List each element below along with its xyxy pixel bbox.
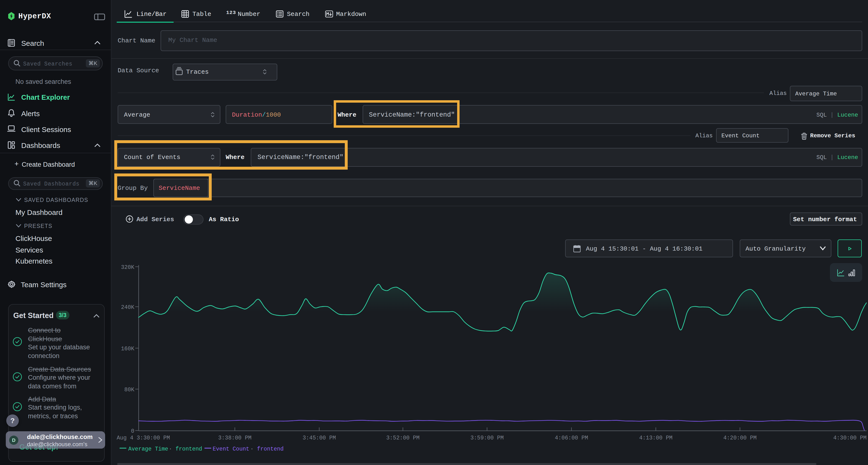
- svg-text:Aug 4 3:30:00 PM: Aug 4 3:30:00 PM: [117, 435, 170, 441]
- svg-text:160K: 160K: [121, 346, 134, 352]
- svg-text:4:13:00 PM: 4:13:00 PM: [639, 435, 673, 441]
- svg-text:frontend: frontend: [257, 446, 283, 452]
- svg-text:·: ·: [250, 446, 254, 452]
- svg-text:80K: 80K: [124, 387, 134, 393]
- svg-text:·: ·: [169, 446, 172, 452]
- svg-text:Event Count: Event Count: [213, 446, 249, 452]
- svg-text:Average Time: Average Time: [128, 446, 168, 452]
- svg-text:3:38:00 PM: 3:38:00 PM: [218, 435, 251, 441]
- svg-text:4:06:00 PM: 4:06:00 PM: [555, 435, 588, 441]
- svg-text:3:45:00 PM: 3:45:00 PM: [303, 435, 336, 441]
- svg-text:3:59:00 PM: 3:59:00 PM: [470, 435, 504, 441]
- svg-text:0: 0: [131, 428, 134, 434]
- svg-text:3:52:00 PM: 3:52:00 PM: [386, 435, 420, 441]
- svg-text:frontend: frontend: [176, 446, 202, 452]
- svg-text:4:20:00 PM: 4:20:00 PM: [723, 435, 756, 441]
- svg-text:4:30:00 PM: 4:30:00 PM: [833, 435, 867, 441]
- svg-text:240K: 240K: [121, 304, 134, 310]
- svg-text:320K: 320K: [121, 264, 134, 271]
